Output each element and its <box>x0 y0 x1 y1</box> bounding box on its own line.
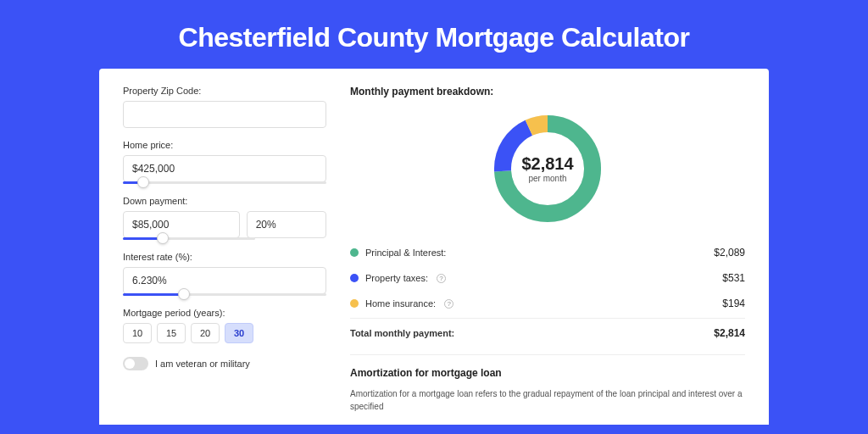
slider-thumb-icon[interactable] <box>137 176 149 188</box>
interest-label: Interest rate (%): <box>123 252 326 262</box>
donut-chart-wrap: $2,814 per month <box>350 109 745 228</box>
breakdown-title: Monthly payment breakdown: <box>350 86 745 97</box>
period-button-30[interactable]: 30 <box>225 323 253 343</box>
legend-row: Property taxes:?$531 <box>350 265 745 291</box>
down-payment-field-group: Down payment: <box>123 196 326 240</box>
info-icon[interactable]: ? <box>444 299 453 309</box>
info-icon[interactable]: ? <box>437 274 446 283</box>
period-label: Mortgage period (years): <box>123 308 326 318</box>
amortization-section: Amortization for mortgage loan Amortizat… <box>350 354 745 413</box>
page-title: Chesterfield County Mortgage Calculator <box>0 0 868 69</box>
interest-slider[interactable] <box>123 293 326 296</box>
slider-thumb-icon[interactable] <box>178 288 190 300</box>
amortization-title: Amortization for mortgage loan <box>350 367 745 379</box>
legend-row: Home insurance:?$194 <box>350 291 745 316</box>
zip-input[interactable] <box>123 101 326 128</box>
zip-field-group: Property Zip Code: <box>123 86 326 128</box>
slider-thumb-icon[interactable] <box>157 232 169 244</box>
interest-field-group: Interest rate (%): <box>123 252 326 296</box>
period-field-group: Mortgage period (years): 10152030 <box>123 308 326 343</box>
legend-label: Home insurance: <box>365 298 436 309</box>
donut-total: $2,814 <box>521 154 573 174</box>
interest-input[interactable] <box>123 267 326 294</box>
legend-dot-icon <box>350 274 359 282</box>
legend-label: Property taxes: <box>365 273 428 283</box>
down-payment-label: Down payment: <box>123 196 326 206</box>
period-buttons: 10152030 <box>123 323 326 343</box>
legend-value: $2,089 <box>714 247 745 259</box>
home-price-label: Home price: <box>123 140 326 150</box>
down-payment-input[interactable] <box>123 211 240 238</box>
legend-dot-icon <box>350 248 359 257</box>
period-button-15[interactable]: 15 <box>157 323 186 343</box>
home-price-slider[interactable] <box>123 181 326 184</box>
breakdown-panel: Monthly payment breakdown: $2,814 per mo… <box>350 86 745 425</box>
toggle-knob-icon <box>125 359 135 369</box>
veteran-toggle[interactable] <box>123 357 148 370</box>
veteran-label: I am veteran or military <box>155 359 250 369</box>
total-row: Total monthly payment: $2,814 <box>350 318 745 346</box>
donut-center: $2,814 per month <box>488 109 607 228</box>
legend-dot-icon <box>350 299 359 308</box>
veteran-toggle-row: I am veteran or military <box>123 357 326 370</box>
donut-sub: per month <box>528 174 566 183</box>
legend-label: Principal & Interest: <box>365 248 446 258</box>
input-panel: Property Zip Code: Home price: Down paym… <box>123 86 326 425</box>
total-row-label: Total monthly payment: <box>350 328 454 338</box>
down-payment-pct-input[interactable] <box>247 211 326 238</box>
home-price-field-group: Home price: <box>123 140 326 184</box>
home-price-input[interactable] <box>123 155 326 182</box>
amortization-text: Amortization for a mortgage loan refers … <box>350 387 745 413</box>
total-row-value: $2,814 <box>714 327 745 339</box>
zip-label: Property Zip Code: <box>123 86 326 96</box>
legend-row: Principal & Interest:$2,089 <box>350 240 745 265</box>
down-payment-slider[interactable] <box>123 237 255 240</box>
breakdown-legend: Principal & Interest:$2,089Property taxe… <box>350 240 745 316</box>
calculator-card: Property Zip Code: Home price: Down paym… <box>99 69 769 425</box>
legend-value: $531 <box>722 272 745 284</box>
period-button-10[interactable]: 10 <box>123 323 152 343</box>
legend-value: $194 <box>722 298 745 309</box>
period-button-20[interactable]: 20 <box>191 323 220 343</box>
donut-chart: $2,814 per month <box>488 109 607 228</box>
